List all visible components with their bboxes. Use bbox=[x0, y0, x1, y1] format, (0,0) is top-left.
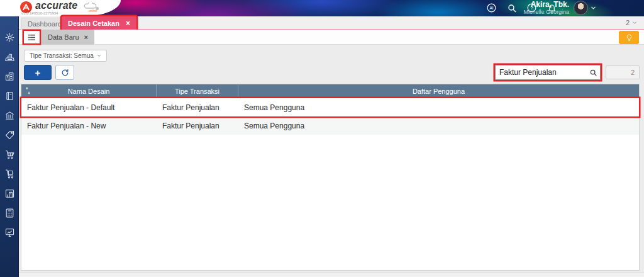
cell-daftar-pengguna: Semua Pengguna bbox=[238, 103, 639, 112]
sidebar-item-cash-register[interactable] bbox=[0, 47, 19, 67]
cell-tipe-transaksi: Faktur Penjualan bbox=[157, 122, 238, 130]
search-box bbox=[495, 65, 601, 80]
reports-monitor-icon bbox=[4, 227, 15, 238]
open-windows-count: 2 bbox=[626, 19, 630, 26]
refresh-icon bbox=[61, 69, 69, 77]
bank-icon bbox=[4, 110, 15, 121]
ledger-book-icon bbox=[4, 91, 15, 101]
column-label: Tipe Transaksi bbox=[175, 88, 219, 95]
search-input[interactable] bbox=[496, 68, 586, 77]
close-icon[interactable]: × bbox=[126, 19, 130, 28]
cash-register-icon bbox=[4, 52, 15, 62]
cell-nama-desain: Faktur Penjualan - New bbox=[21, 122, 157, 130]
design-table: Nama Desain Tipe Transaksi Daftar Penggu… bbox=[21, 84, 640, 271]
chevron-down-icon bbox=[97, 54, 101, 58]
close-icon[interactable]: × bbox=[84, 33, 88, 41]
table-row-faktur-penjualan-new[interactable]: Faktur Penjualan - New Faktur Penjualan … bbox=[21, 116, 639, 135]
filter-tipe-transaksi[interactable]: Tipe Transaksi: Semua bbox=[24, 50, 107, 62]
company-name: Akira, Tbk. bbox=[523, 1, 569, 9]
user-block[interactable]: Akira, Tbk. Michelle Georgina bbox=[523, 1, 569, 15]
sidebar-item-bank[interactable] bbox=[0, 106, 19, 125]
avatar[interactable] bbox=[574, 1, 588, 15]
tab-dashboard-label: Dashboard bbox=[28, 20, 62, 28]
column-header-tipe-transaksi[interactable]: Tipe Transaksi bbox=[157, 84, 238, 98]
subtab-data-baru[interactable]: Data Baru × bbox=[42, 30, 94, 45]
sidebar-item-reports[interactable] bbox=[0, 223, 19, 242]
sidebar-item-cart[interactable] bbox=[0, 145, 19, 164]
column-header-daftar-pengguna[interactable]: Daftar Pengguna bbox=[238, 84, 639, 98]
version-label: v1.0.1#3510-2276934 bbox=[21, 11, 58, 15]
sidebar-item-trolley[interactable] bbox=[0, 164, 19, 184]
refresh-button[interactable] bbox=[55, 65, 74, 80]
logo-wordmark: accurate bbox=[35, 0, 77, 11]
lightbulb-icon bbox=[625, 33, 633, 42]
price-tag-icon bbox=[4, 130, 15, 140]
hint-button[interactable] bbox=[619, 31, 639, 44]
svg-text:AI: AI bbox=[489, 6, 493, 10]
sidebar-item-tax[interactable] bbox=[0, 203, 19, 223]
asset-building-icon bbox=[4, 188, 15, 199]
design-list-button[interactable] bbox=[24, 31, 40, 43]
tax-calculator-icon bbox=[4, 208, 15, 218]
user-name: Michelle Georgina bbox=[523, 9, 569, 15]
ai-icon[interactable]: AI bbox=[486, 3, 497, 13]
app-window: accurate online v1.0.1#3510-2276934 AI bbox=[0, 0, 644, 277]
horizontal-scrollbar-track[interactable] bbox=[19, 272, 644, 277]
cell-daftar-pengguna: Semua Pengguna bbox=[238, 122, 639, 130]
sidebar-item-settings[interactable] bbox=[0, 28, 19, 47]
column-label: Nama Desain bbox=[68, 88, 110, 95]
shopping-cart-icon bbox=[4, 149, 15, 160]
result-count-badge: 2 bbox=[606, 65, 640, 79]
main-tab-bar: Dashboard Desain Cetakan × 2 bbox=[19, 16, 644, 30]
sidebar-item-ledger[interactable] bbox=[0, 86, 19, 106]
filter-label: Tipe Transaksi: Semua bbox=[30, 52, 94, 59]
table-header-row: Nama Desain Tipe Transaksi Daftar Penggu… bbox=[21, 84, 639, 98]
delivery-trolley-icon bbox=[4, 169, 15, 179]
column-label: Daftar Pengguna bbox=[413, 88, 465, 95]
top-header: accurate online v1.0.1#3510-2276934 AI bbox=[0, 0, 644, 16]
subtab-data-baru-label: Data Baru bbox=[48, 33, 79, 41]
search-icon[interactable] bbox=[586, 69, 600, 77]
cell-nama-desain: Faktur Penjualan - Default bbox=[21, 103, 157, 112]
add-button[interactable]: + bbox=[24, 65, 52, 80]
sidebar-item-assets[interactable] bbox=[0, 184, 19, 203]
table-row-faktur-penjualan-default[interactable]: Faktur Penjualan - Default Faktur Penjua… bbox=[21, 98, 639, 116]
status-dot bbox=[96, 7, 99, 10]
chevron-down-icon bbox=[632, 20, 637, 25]
logo-area: accurate online v1.0.1#3510-2276934 bbox=[0, 0, 121, 16]
cell-tipe-transaksi: Faktur Penjualan bbox=[157, 103, 238, 112]
tab-desain-cetakan-label: Desain Cetakan bbox=[68, 20, 119, 27]
sidebar-item-company[interactable] bbox=[0, 67, 19, 86]
company-buildings-icon bbox=[4, 71, 15, 82]
open-windows-counter[interactable]: 2 bbox=[623, 18, 640, 27]
tab-desain-cetakan[interactable]: Desain Cetakan × bbox=[62, 16, 136, 30]
sidebar bbox=[0, 16, 19, 277]
settings-gear-icon bbox=[4, 32, 15, 43]
plus-icon: + bbox=[35, 67, 41, 78]
search-icon[interactable] bbox=[506, 3, 517, 13]
result-count: 2 bbox=[631, 69, 635, 76]
sort-icon[interactable] bbox=[25, 87, 31, 94]
sidebar-item-price-tag[interactable] bbox=[0, 125, 19, 145]
column-header-nama-desain[interactable]: Nama Desain bbox=[21, 84, 157, 98]
list-icon bbox=[27, 33, 36, 42]
chevron-down-icon[interactable] bbox=[591, 5, 596, 11]
sub-tab-bar: Data Baru × bbox=[19, 30, 644, 45]
